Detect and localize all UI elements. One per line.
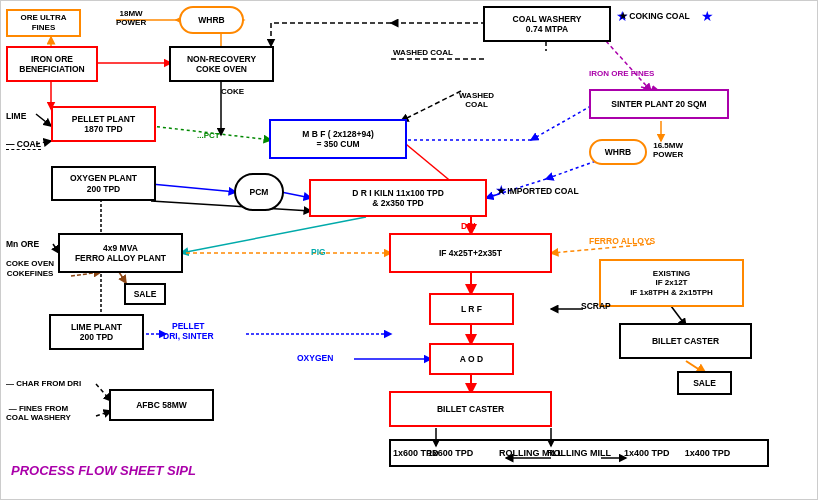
pellet-plant-box: PELLET PLANT1870 TPD [51, 106, 156, 142]
rolling-mill-bar: 1x600 TPD ROLLING MILL 1x400 TPD [389, 439, 769, 467]
mn-ore-label: Mn ORE [6, 239, 39, 249]
whrb-top-box: WHRB [179, 6, 244, 34]
svg-line-54 [151, 201, 311, 211]
aod-box: A O D [429, 343, 514, 375]
coking-coal-label: ★ COKING COAL [619, 11, 690, 21]
lrf-box: L R F [429, 293, 514, 325]
svg-line-22 [151, 184, 236, 192]
pellet-dri-sinter-label: PELLETDRI, SINTER [163, 321, 214, 341]
oxygen-aod-label: OXYGEN [297, 353, 333, 363]
ferro-alloys-right-label: FERRO ALLOYS [589, 236, 655, 246]
iron-ore-beneficiation-box: IRON OREBENEFICIATION [6, 46, 98, 82]
afbc-box: AFBC 58MW [109, 389, 214, 421]
rolling-mill-1x600: 1x600 TPD [428, 448, 474, 458]
diagram-container: ★ ★ ★ [0, 0, 818, 500]
svg-line-31 [181, 217, 366, 253]
non-recovery-coke-box: NON-RECOVERYCOKE OVEN [169, 46, 274, 82]
svg-line-16 [606, 41, 651, 91]
dri-label: DRI [461, 221, 476, 231]
mbf-box: M B F ( 2x128+94)= 350 CUM [269, 119, 407, 159]
rolling-mill-label-bar: ROLLING MILL [547, 448, 611, 458]
lime-plant-box: LIME PLANT200 TPD [49, 314, 144, 350]
coke-label: COKE [221, 87, 244, 96]
iron-ore-fines-label: IRON ORE FINES [589, 69, 654, 78]
whrb-right-box: WHRB [589, 139, 647, 165]
existing-if-box: EXISTINGIF 2x12TIF 1x8TPH & 2x15TPH [599, 259, 744, 307]
imported-coal-label: ★ IMPORTED COAL [497, 186, 579, 196]
svg-line-15 [401, 91, 461, 121]
svg-line-25 [531, 106, 591, 140]
washed-coal-mid-label: WASHEDCOAL [459, 91, 494, 109]
pct-label: ...PCT [197, 131, 220, 140]
svg-line-19 [36, 114, 51, 126]
rolling-mill-1x400: 1x400 TPD [685, 448, 731, 458]
ferro-alloy-plant-box: 4x9 MVAFERRO ALLOY PLANT [58, 233, 183, 273]
char-from-dri-label: — CHAR FROM DRI [6, 379, 81, 388]
165mw-label: 16.5MWPOWER [653, 141, 683, 159]
fines-coal-washery-label: — FINES FROMCOAL WASHERY [6, 404, 71, 422]
process-title: PROCESS FLOW SHEET SIPL [11, 463, 196, 478]
lime-label: LIME [6, 111, 26, 121]
pcm-box: PCM [234, 173, 284, 211]
svg-line-34 [119, 272, 126, 283]
pig-label: PIG [311, 247, 326, 257]
svg-text:★: ★ [701, 8, 714, 24]
washed-coal-top-label: WASHED COAL [393, 48, 453, 57]
sinter-plant-box: SINTER PLANT 20 SQM [589, 89, 729, 119]
coal-left-label: — COAL [6, 139, 41, 150]
oxygen-plant-box: OXYGEN PLANT200 TPD [51, 166, 156, 201]
scrap-label: SCRAP [581, 301, 611, 311]
dri-kiln-box: D R I KILN 11x100 TPD& 2x350 TPD [309, 179, 487, 217]
svg-line-23 [281, 192, 311, 198]
18mw-label: 18MWPOWER [116, 9, 146, 27]
if-furnace-box: IF 4x25T+2x35T [389, 233, 552, 273]
coal-washery-box: COAL WASHERY0.74 MTPA [483, 6, 611, 42]
ore-ultra-fines-box: ORE ULTRA FINES [6, 9, 81, 37]
coke-oven-fines-label: COKE OVENCOKEFINES [6, 259, 54, 280]
billet-caster-main-box: BILLET CASTER [389, 391, 552, 427]
sale-ferro-box: SALE [124, 283, 166, 305]
sale-right-box: SALE [677, 371, 732, 395]
billet-caster-right-box: BILLET CASTER [619, 323, 752, 359]
